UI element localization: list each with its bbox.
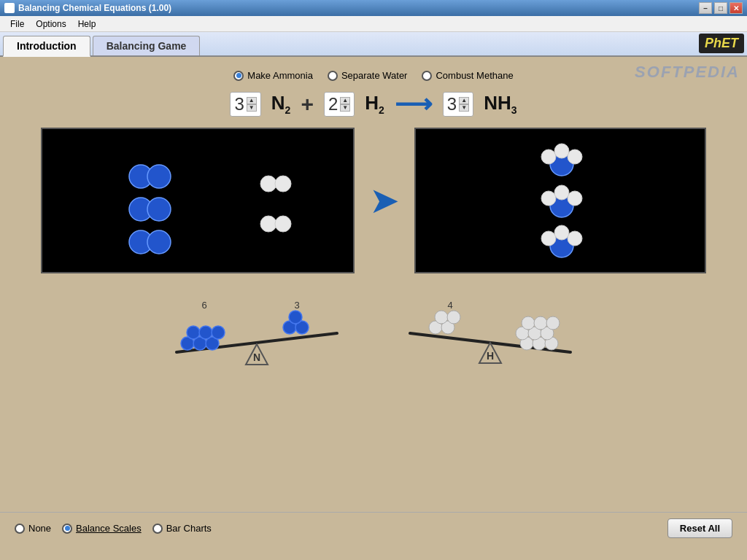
reactants-display [41,128,355,273]
sub-n2: 2 [285,105,291,117]
svg-point-13 [554,144,569,158]
coeff-nh3: 3 ▲ ▼ [443,92,473,117]
svg-point-1 [147,165,171,188]
tab-introduction[interactable]: Introduction [3,36,90,57]
svg-point-37 [435,311,448,324]
watermark: SOFTPEDIA [635,63,740,82]
svg-point-46 [534,316,547,330]
coeff-nh3-down[interactable]: ▼ [459,104,469,112]
equation-row: 3 ▲ ▼ N2 + 2 ▲ ▼ H2 ⟶ 3 ▲ ▼ NH3 [7,91,740,117]
reaction-ammonia-label: Make Ammonia [247,70,313,81]
title-bar: Balancing Chemical Equations (1.00) – □ … [0,0,747,16]
coeff-nh3-spinner: ▲ ▼ [459,97,469,112]
menu-bar: File Options Help [0,16,747,32]
radio-ammonia[interactable] [233,71,244,81]
scale-n-right-count: 3 [294,300,299,311]
close-button[interactable]: ✕ [729,2,743,14]
reactants-svg [42,129,356,275]
sub-nh3: 3 [511,105,517,117]
bottom-bar: None Balance Scales Bar Charts Reset All [0,512,747,544]
reaction-water-label: Separate Water [341,70,408,81]
svg-point-17 [554,185,569,200]
view-none-label: None [28,523,51,534]
svg-point-27 [187,326,200,339]
svg-point-5 [147,230,171,254]
svg-point-6 [260,176,276,192]
svg-point-21 [554,225,569,240]
app-icon [4,3,15,13]
radio-methane[interactable] [422,71,432,81]
coeff-nh3-value: 3 [447,94,457,114]
svg-point-19 [541,231,556,246]
coeff-n2: 3 ▲ ▼ [230,92,260,117]
svg-point-12 [568,149,582,164]
coeff-n2-value: 3 [234,94,244,114]
svg-point-15 [541,191,556,206]
view-none[interactable]: None [15,523,51,534]
svg-point-8 [260,216,276,232]
scale-hydrogen-svg: 4 9 H [395,295,585,376]
coeff-h2: 2 ▲ ▼ [324,92,355,117]
molecule-section: ➤ [7,128,740,273]
svg-point-28 [199,326,212,339]
scale-n-left-count: 6 [201,300,206,311]
coeff-n2-spinner: ▲ ▼ [247,97,257,112]
view-bar-charts-label: Bar Charts [166,523,212,534]
coeff-h2-spinner: ▲ ▼ [340,97,350,112]
scale-h-left-count: 4 [447,300,452,311]
sub-h2: 2 [379,105,384,117]
reaction-separate-water[interactable]: Separate Water [328,70,408,81]
reset-all-button[interactable]: Reset All [667,518,732,538]
svg-point-38 [447,311,460,324]
coeff-nh3-up[interactable]: ▲ [459,97,469,104]
radio-balance-scales[interactable] [62,524,72,534]
svg-point-32 [289,311,302,324]
menu-file[interactable]: File [4,18,30,31]
main-content: SOFTPEDIA Make Ammonia Separate Water Co… [0,57,747,544]
coeff-h2-value: 2 [328,94,338,114]
svg-point-7 [275,176,291,192]
coeff-h2-up[interactable]: ▲ [340,97,350,104]
radio-bar-charts[interactable] [152,524,163,534]
svg-point-29 [212,326,225,339]
plus-sign: + [301,92,314,117]
maximize-button[interactable]: □ [714,2,727,14]
tab-balancing-game[interactable]: Balancing Game [93,36,201,55]
equation-arrow: ⟶ [395,91,433,117]
svg-point-20 [568,231,582,246]
visualization-arrow: ➤ [369,179,400,222]
minimize-button[interactable]: – [699,2,712,14]
coeff-h2-down[interactable]: ▼ [340,104,350,112]
menu-help[interactable]: Help [72,18,102,31]
scale-hydrogen: 4 9 H [395,295,585,376]
svg-point-9 [275,216,291,232]
symbol-n2: N2 [271,92,291,116]
symbol-nh3: NH3 [484,92,516,116]
svg-point-45 [522,316,535,330]
scale-nitrogen-svg: 6 3 N [162,295,352,376]
view-bar-charts[interactable]: Bar Charts [152,523,212,534]
menu-options[interactable]: Options [30,18,71,31]
reaction-combust-methane[interactable]: Combust Methane [422,70,513,81]
coeff-n2-down[interactable]: ▼ [247,104,257,112]
view-balance-scales[interactable]: Balance Scales [62,523,142,534]
phet-logo: PhET [699,34,744,53]
reaction-methane-label: Combust Methane [436,70,513,81]
coeff-n2-up[interactable]: ▲ [247,97,257,104]
window-title: Balancing Chemical Equations (1.00) [18,3,171,13]
balance-section: 6 3 N [7,288,740,376]
radio-none[interactable] [15,524,25,534]
products-display [414,128,706,273]
window-controls: – □ ✕ [699,2,743,14]
radio-water[interactable] [328,71,338,81]
view-balance-scales-label: Balance Scales [76,523,142,534]
svg-point-16 [568,191,582,206]
scale-n-label: N [253,351,260,363]
reaction-make-ammonia[interactable]: Make Ammonia [233,70,313,81]
reaction-selector: Make Ammonia Separate Water Combust Meth… [7,70,740,81]
tab-bar: Introduction Balancing Game PhET [0,32,747,57]
svg-point-11 [541,149,556,164]
scale-nitrogen: 6 3 N [162,295,352,376]
products-svg [416,129,708,275]
svg-point-3 [147,198,171,221]
